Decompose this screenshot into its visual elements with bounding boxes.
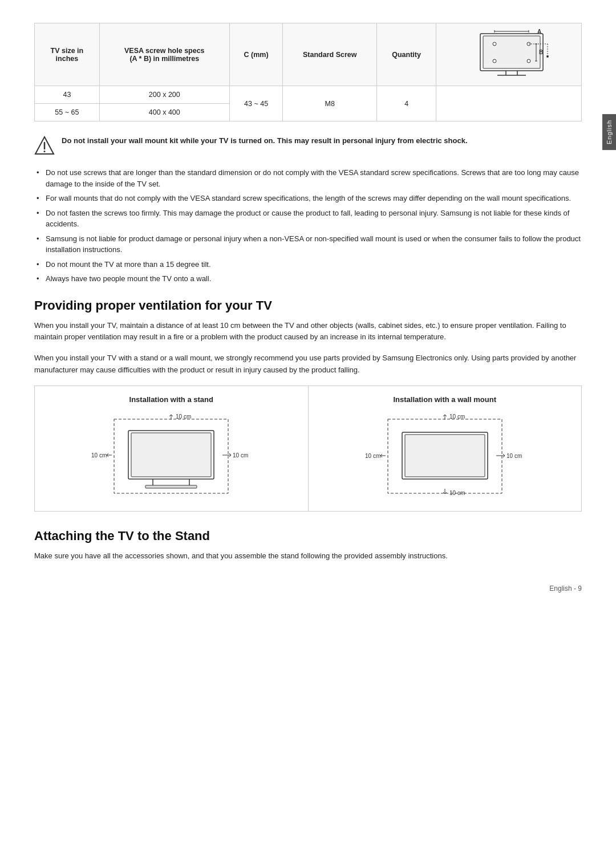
list-item: Do not use screws that are longer than t… [34,167,582,189]
svg-point-5 [493,42,496,46]
svg-text:A: A [537,29,541,35]
attaching-body: Make sure you have all the accessories s… [34,550,582,562]
stand-diagram-container: 10 cm 10 cm 10 cm [44,411,299,502]
bullet-list: Do not use screws that are longer than t… [34,167,582,285]
warning-text: Do not install your wall mount kit while… [62,135,468,147]
cell-vesa-2: 400 x 400 [99,104,229,121]
col-header-qty: Quantity [377,23,436,86]
svg-rect-28 [145,485,197,488]
warning-icon [34,135,55,156]
ventilation-title: Providing proper ventilation for your TV [34,298,582,313]
stand-diagram-title: Installation with a stand [44,395,299,404]
col-header-screw: Standard Screw [283,23,377,86]
specs-table: TV size in inches VESA screw hole specs … [34,23,582,121]
cell-size-2: 55 ~ 65 [35,104,100,121]
svg-text:10 cm: 10 cm [233,452,248,459]
list-item: For wall mounts that do not comply with … [34,193,582,204]
wall-diagram-title: Installation with a wall mount [318,395,573,404]
wall-diagram-container: 10 cm 10 cm 10 cm 10 cm [318,411,573,502]
col-header-diagram: A B [436,23,582,86]
wall-diagram: Installation with a wall mount 10 cm [309,386,582,511]
svg-rect-25 [131,433,211,477]
table-row: 43 200 x 200 43 ~ 45 M8 4 [35,86,582,104]
svg-point-22 [44,151,46,152]
warning-box: Do not install your wall mount kit while… [34,133,582,158]
svg-text:10 cm: 10 cm [449,490,465,496]
stand-diagram: Installation with a stand [35,386,309,511]
list-item: Do not mount the TV at more than a 15 de… [34,259,582,270]
cell-screw: M8 [283,86,377,121]
cell-vesa: 200 x 200 [99,86,229,104]
svg-text:B: B [539,49,543,55]
svg-rect-44 [405,435,485,477]
cell-diagram-img [436,86,582,121]
col-header-c: C (mm) [229,23,283,86]
attaching-title: Attaching the TV to the Stand [34,529,582,543]
language-tab: English [602,114,616,150]
svg-text:10 cm: 10 cm [506,453,522,459]
svg-point-19 [546,55,549,58]
svg-rect-1 [483,36,540,68]
svg-point-8 [527,59,530,63]
cell-size: 43 [35,86,100,104]
list-item: Do not fasten the screws too firmly. Thi… [34,208,582,230]
list-item: Samsung is not liable for product damage… [34,233,582,255]
cell-c: 43 ~ 45 [229,86,283,121]
col-header-vesa: VESA screw hole specs (A * B) in millime… [99,23,229,86]
list-item: Always have two people mount the TV onto… [34,273,582,285]
svg-text:10 cm: 10 cm [91,452,107,459]
col-header-size: TV size in inches [35,23,100,86]
svg-point-7 [493,59,496,63]
svg-text:10 cm: 10 cm [365,453,380,459]
svg-text:10 cm: 10 cm [176,413,191,420]
page-number: English - 9 [549,585,582,593]
svg-text:10 cm: 10 cm [449,413,465,420]
ventilation-body1: When you install your TV, maintain a dis… [34,320,582,344]
ventilation-body2: When you install your TV with a stand or… [34,352,582,376]
cell-qty: 4 [377,86,436,121]
page-footer: English - 9 [34,585,582,593]
installation-diagrams: Installation with a stand [34,386,582,512]
